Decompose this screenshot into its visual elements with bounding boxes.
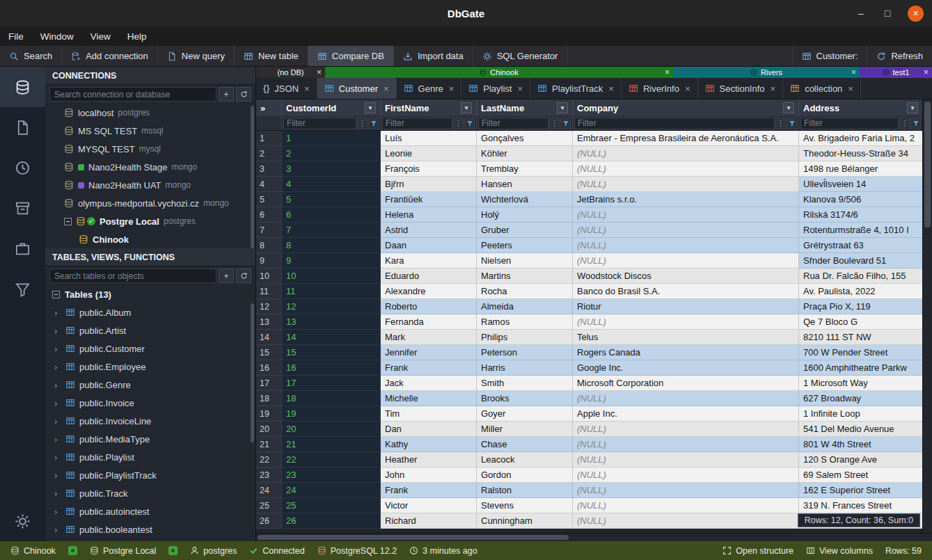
cell-firstname[interactable]: Daan [381, 238, 477, 253]
table-row[interactable]: 2020DanMiller(NULL)541 Del Medio Avenue [256, 422, 922, 437]
cell-address[interactable]: Rilská 3174/6 [799, 207, 922, 223]
expand-chevron-icon[interactable]: › [54, 307, 61, 318]
table-row[interactable]: 1212RobertoAlmeidaRioturPraça Pio X, 119 [256, 299, 922, 314]
cell-customerid[interactable]: 26 [282, 513, 381, 529]
tables-scrollbar[interactable] [251, 303, 254, 442]
table-item-public-track[interactable]: ›public.Track [45, 484, 255, 502]
expand-chevron-icon[interactable]: › [54, 488, 61, 499]
cell-customerid[interactable]: 25 [282, 498, 381, 513]
tab-collection[interactable]: collection× [783, 78, 861, 99]
cell-lastname[interactable]: Ramos [477, 314, 573, 330]
close-icon[interactable]: × [449, 83, 455, 94]
add-table-small-button[interactable]: + [219, 269, 234, 283]
cell-firstname[interactable]: Victor [381, 498, 477, 513]
row-number[interactable]: 24 [256, 483, 282, 498]
tables-search-input[interactable] [49, 269, 216, 283]
cell-company[interactable]: (NULL) [573, 207, 799, 223]
filter-input[interactable] [800, 118, 899, 129]
table-row[interactable]: 1111AlexandreRochaBanco do Brasil S.A.Av… [256, 284, 922, 299]
row-number[interactable]: 7 [256, 223, 282, 238]
cell-lastname[interactable]: Smith [477, 376, 573, 391]
cell-address[interactable]: 801 W 4th Street [799, 437, 922, 452]
table-row[interactable]: 2323JohnGordon(NULL)69 Salem Street [256, 467, 922, 483]
row-number[interactable]: 20 [256, 422, 282, 437]
sidebar-item-history[interactable] [0, 147, 45, 188]
cell-company[interactable]: Woodstock Discos [573, 269, 799, 284]
cell-company[interactable]: (NULL) [573, 238, 799, 253]
column-header-address[interactable]: Address▾ [799, 99, 922, 116]
close-icon[interactable]: × [608, 83, 614, 94]
expand-chevron-icon[interactable]: › [54, 416, 61, 426]
table-row[interactable]: 1818MichelleBrooks(NULL)627 Broadway [256, 391, 922, 406]
refresh-tables-button[interactable] [236, 269, 251, 283]
table-row[interactable]: 1919TimGoyerApple Inc.1 Infinite Loop [256, 406, 922, 422]
toolbar-button-add-connection[interactable]: Add connection [62, 46, 158, 66]
toolbar-button-search[interactable]: Search [0, 46, 62, 66]
cell-company[interactable]: (NULL) [573, 513, 799, 529]
expand-chevron-icon[interactable]: › [54, 380, 61, 390]
row-number[interactable]: 11 [256, 284, 282, 299]
toolbar-button-sql-generator[interactable]: SQL Generator [473, 46, 568, 66]
filter-menu-icon[interactable]: ⋮ [357, 118, 368, 129]
cell-address[interactable]: 627 Broadway [799, 391, 922, 406]
collapse-icon[interactable] [64, 218, 72, 225]
connections-search-input[interactable] [49, 87, 216, 102]
row-number[interactable]: 26 [256, 513, 282, 529]
statusbar-item-view-columns[interactable]: View columns [800, 546, 879, 556]
connections-scrollbar[interactable] [251, 106, 254, 248]
row-number[interactable]: 23 [256, 467, 282, 483]
table-row[interactable]: 1414MarkPhilipsTelus8210 111 ST NW [256, 330, 922, 345]
table-item-public-mediatype[interactable]: ›public.MediaType [45, 430, 255, 448]
tab-group-chinook[interactable]: Chinook× [325, 67, 673, 78]
close-icon[interactable]: × [848, 83, 853, 94]
table-item-public-genre[interactable]: ›public.Genre [45, 376, 255, 394]
cell-lastname[interactable]: Leacock [477, 452, 573, 467]
table-item-public-booleantest[interactable]: ›public.booleantest [45, 520, 255, 538]
cell-address[interactable]: Sřnder Boulevard 51 [799, 253, 922, 269]
sidebar-item-gear[interactable] [0, 501, 45, 541]
expand-chevron-icon[interactable]: › [54, 398, 61, 408]
cell-company[interactable]: Banco do Brasil S.A. [573, 284, 799, 299]
cell-lastname[interactable]: Miller [477, 422, 573, 437]
cell-address[interactable]: Klanova 9/506 [799, 192, 922, 207]
cell-company[interactable]: (NULL) [573, 391, 799, 406]
connection-item-ms-sql-test[interactable]: MS SQL TESTmssql [45, 122, 255, 140]
table-row[interactable]: 1616FrankHarrisGoogle Inc.1600 Amphithea… [256, 360, 922, 376]
cell-firstname[interactable]: Luís [381, 131, 477, 146]
tab-riverinfo[interactable]: RiverInfo× [622, 78, 698, 99]
cell-company[interactable]: Rogers Canada [573, 345, 799, 360]
cell-address[interactable]: Grétrystraat 63 [799, 238, 922, 253]
toolbar-button-customer-[interactable]: Customer: [792, 46, 867, 66]
cell-lastname[interactable]: Rocha [477, 284, 573, 299]
cell-company[interactable]: (NULL) [573, 177, 799, 192]
table-row[interactable]: 1010EduardoMartinsWoodstock DiscosRua Dr… [256, 269, 922, 284]
row-number[interactable]: 19 [256, 406, 282, 422]
cell-firstname[interactable]: Kathy [381, 437, 477, 452]
cell-address[interactable]: 1 Microsoft Way [799, 376, 922, 391]
cell-address[interactable]: Ullevĺlsveien 14 [799, 177, 922, 192]
cell-customerid[interactable]: 21 [282, 437, 381, 452]
cell-customerid[interactable]: 22 [282, 452, 381, 467]
cell-address[interactable]: 8210 111 ST NW [799, 330, 922, 345]
menu-item-view[interactable]: View [82, 26, 119, 46]
cell-firstname[interactable]: Eduardo [381, 269, 477, 284]
table-item-public-employee[interactable]: ›public.Employee [45, 358, 255, 376]
table-row[interactable]: 1313FernandaRamos(NULL)Qe 7 Bloco G [256, 314, 922, 330]
table-item-public-invoiceline[interactable]: ›public.InvoiceLine [45, 412, 255, 430]
tables-group-row[interactable]: Tables (13) [45, 285, 255, 303]
cell-company[interactable]: Telus [573, 330, 799, 345]
cell-lastname[interactable]: Peterson [477, 345, 573, 360]
cell-address[interactable]: 1 Infinite Loop [799, 406, 922, 422]
cell-firstname[interactable]: François [381, 161, 477, 177]
tab-group-rivers[interactable]: Rivers× [673, 67, 860, 78]
row-number[interactable]: 1 [256, 131, 282, 146]
row-number[interactable]: 12 [256, 299, 282, 314]
filter-input[interactable] [382, 118, 452, 129]
cell-firstname[interactable]: Jack [381, 376, 477, 391]
table-row[interactable]: 44BjřrnHansen(NULL)Ullevĺlsveien 14 [256, 177, 922, 192]
filter-menu-icon[interactable]: ⋮ [549, 118, 560, 129]
cell-address[interactable]: Theodor-Heuss-Straße 34 [799, 146, 922, 161]
table-row[interactable]: 33FrançoisTremblay(NULL)1498 rue Bélange… [256, 161, 922, 177]
table-row[interactable]: 66HelenaHolý(NULL)Rilská 3174/6 [256, 207, 922, 223]
cell-address[interactable]: Av. Brigadeiro Faria Lima, 2 [799, 131, 922, 146]
